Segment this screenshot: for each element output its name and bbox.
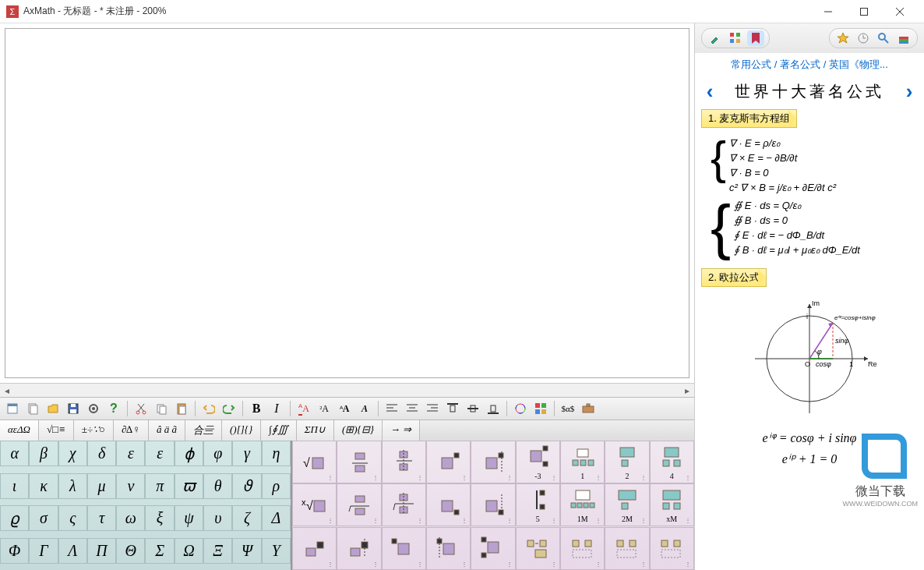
greek-symbol[interactable]: Λ [58,538,87,564]
greek-symbol[interactable]: ι [0,473,29,499]
scroll-left-icon[interactable]: ◂ [0,385,14,396]
bookmark-icon[interactable] [747,30,764,46]
align-bottom-button[interactable] [484,400,503,417]
redo-button[interactable] [220,400,238,417]
align-left-button[interactable] [383,400,401,417]
greek-symbol[interactable]: σ [29,505,58,531]
structure-template[interactable]: 5⋮ [516,483,560,526]
greek-symbol[interactable]: ζ [232,505,261,531]
greek-symbol[interactable]: α [0,441,29,466]
structure-template[interactable]: 2⋮ [605,441,649,483]
greek-symbol[interactable]: Υ [262,538,291,564]
font-style1-button[interactable]: ᴬA [335,400,354,417]
greek-symbol[interactable]: Σ [145,538,174,564]
next-button[interactable]: › [901,80,918,103]
greek-symbol[interactable]: ε [145,441,174,466]
structure-template[interactable]: ⋮ [426,483,471,526]
greek-symbol[interactable]: ψ [175,505,203,531]
greek-symbol[interactable]: ξ [145,505,174,531]
structure-template[interactable]: xM⋮ [650,483,694,526]
greek-symbol[interactable]: λ [58,473,87,499]
structure-template[interactable]: ⋮ [471,527,515,570]
font-red-button[interactable]: ᴬA [294,400,313,417]
greek-symbol[interactable]: δ [87,441,116,466]
greek-symbol[interactable]: τ [87,505,116,531]
greek-symbol[interactable]: π [145,473,174,499]
tab-greek[interactable]: αεΔΩ [0,420,39,441]
structure-template[interactable]: 4⋮ [650,441,694,483]
brush-icon[interactable] [707,30,724,46]
greek-symbol[interactable]: Ω [175,538,203,564]
greek-symbol[interactable]: ϕ [175,441,203,466]
paste-button[interactable] [172,400,191,417]
align-top-button[interactable] [443,400,462,417]
structure-template[interactable]: -3⋮ [516,441,560,483]
structure-template[interactable]: √⋮ [292,441,337,483]
minimize-button[interactable] [810,0,846,23]
help-button[interactable]: ? [104,400,123,417]
structure-template[interactable]: ⋮ [382,441,426,483]
crumb-2[interactable]: 著名公式 [780,58,820,70]
greek-symbol[interactable]: η [262,441,291,466]
tab-accents[interactable]: â ä ã [149,420,185,441]
greek-symbol[interactable]: χ [58,441,87,466]
structure-template[interactable]: ⋮ [471,441,515,483]
tab-roots[interactable]: √□≡ [39,420,74,441]
insert-button[interactable] [579,400,598,417]
search-icon[interactable] [875,30,892,46]
greek-symbol[interactable]: ν [116,473,145,499]
tab-cjk[interactable]: 合亖 [185,420,222,441]
structure-template[interactable]: ⋮ [426,441,471,483]
grid-icon[interactable] [727,30,744,46]
font-style2-button[interactable]: A [355,400,374,417]
color-wheel-button[interactable] [511,400,530,417]
copy-clipboard-button[interactable] [152,400,171,417]
greek-symbol[interactable]: Ξ [203,538,232,564]
crumb-1[interactable]: 常用公式 [731,58,771,70]
greek-symbol[interactable]: μ [87,473,116,499]
greek-symbol[interactable]: β [29,441,58,466]
greek-symbol[interactable]: γ [232,441,261,466]
structure-template[interactable]: 1M⋮ [560,483,605,526]
structure-template[interactable]: ⋮ [337,441,381,483]
section-header-2[interactable]: 2. 欧拉公式 [701,268,767,287]
align-right-button[interactable] [423,400,442,417]
structure-template[interactable]: ⋮ [516,527,560,570]
tab-operators[interactable]: ±÷∵○ [74,420,114,441]
greek-symbol[interactable]: ϑ [232,473,261,499]
structure-template[interactable]: ⋮ [382,527,426,570]
structure-template[interactable]: ⋮ [471,483,515,526]
horizontal-scrollbar[interactable]: ◂ ▸ [0,383,694,397]
align-middle-button[interactable] [464,400,482,417]
italic-button[interactable]: I [267,400,286,417]
copy-button[interactable] [23,400,42,417]
greek-symbol[interactable]: Θ [116,538,145,564]
tab-brackets[interactable]: ()[]{​} [222,420,261,441]
greek-symbol[interactable]: κ [29,473,58,499]
close-button[interactable] [882,0,918,23]
books-icon[interactable] [895,30,912,46]
star-icon[interactable] [834,30,852,46]
structure-template[interactable]: ⋮ [605,527,649,570]
greek-symbol[interactable]: ε [116,441,145,466]
editor-canvas[interactable] [5,28,689,378]
cut-button[interactable] [132,400,150,417]
greek-symbol[interactable]: ω [116,505,145,531]
structure-template[interactable]: x√⋮ [292,483,337,526]
structure-template[interactable]: 2M⋮ [605,483,649,526]
greek-symbol[interactable]: Φ [0,538,29,564]
greek-symbol[interactable]: Γ [29,538,58,564]
greek-symbol[interactable]: ϖ [175,473,203,499]
tab-matrices[interactable]: (⊞){⊟} [334,420,383,441]
bold-button[interactable]: B [247,400,266,417]
undo-button[interactable] [199,400,218,417]
align-center-button[interactable] [403,400,421,417]
open-button[interactable] [44,400,62,417]
settings-button[interactable] [84,400,103,417]
greek-symbol[interactable]: Π [87,538,116,564]
color-grid-button[interactable] [531,400,550,417]
structure-template[interactable]: ⋮ [337,483,381,526]
structure-template[interactable]: ⋮ [292,527,337,570]
greek-symbol[interactable]: ς [58,505,87,531]
structure-template[interactable]: ⋮ [650,527,694,570]
